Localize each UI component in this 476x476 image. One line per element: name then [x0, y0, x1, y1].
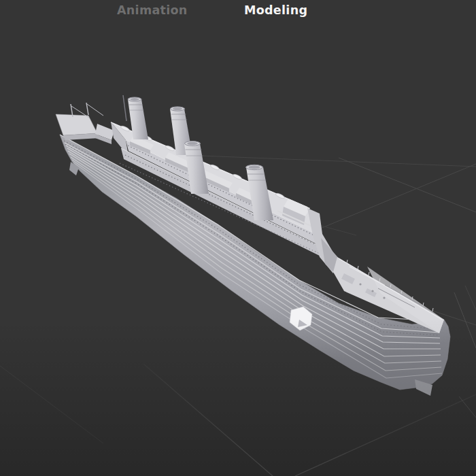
bottom-vignette — [0, 320, 476, 476]
app-window: Animation Modeling — [0, 0, 476, 476]
tab-animation[interactable]: Animation — [117, 2, 188, 18]
tab-modeling[interactable]: Modeling — [244, 2, 307, 18]
3d-viewport[interactable] — [0, 0, 476, 476]
